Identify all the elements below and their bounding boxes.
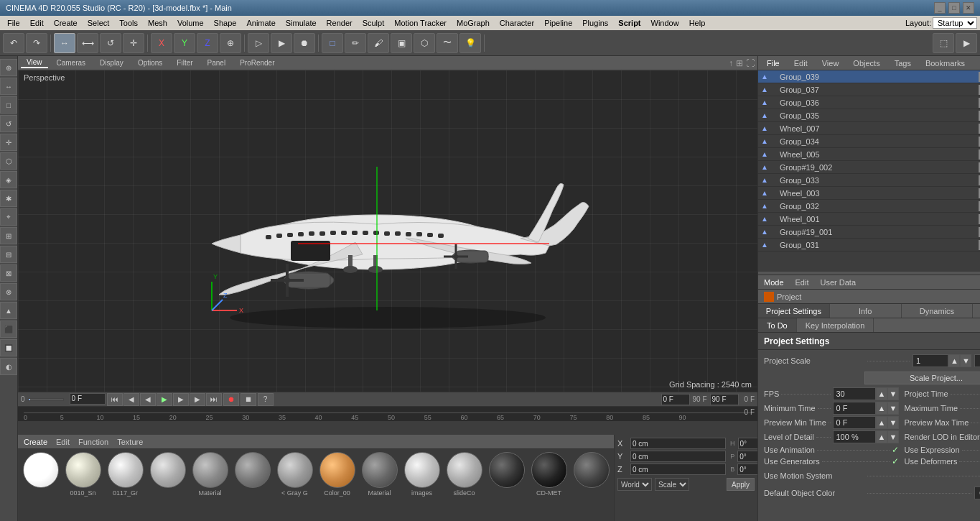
menu-sculpt[interactable]: Sculpt (358, 18, 389, 28)
attr-tab-key-interpolation[interactable]: Key Interpolation (797, 318, 874, 332)
mat-tab-create[interactable]: Create (24, 438, 47, 446)
tool-polygon[interactable]: ⬡ (414, 33, 435, 53)
min-time-down[interactable]: ▼ (887, 402, 899, 415)
obj-tab-edit[interactable]: Edit (788, 58, 813, 68)
tool-select-rect[interactable]: ▣ (391, 33, 412, 53)
left-tool-4[interactable]: ↺ (0, 115, 17, 132)
tool-paint[interactable]: 🖌 (368, 33, 389, 53)
menu-animate[interactable]: Animate (242, 18, 279, 28)
btn-next-frame[interactable]: ▶ (190, 393, 205, 406)
object-row-Group_033[interactable]: ▲ Group_033 ▲ ▦ ▦ (758, 174, 980, 187)
left-tool-5[interactable]: ✛ (0, 134, 17, 151)
tool-bend[interactable]: 〜 (437, 33, 458, 53)
material-item-2[interactable]: 0117_Gr (106, 452, 145, 497)
fps-input[interactable] (833, 387, 876, 400)
menu-tools[interactable]: Tools (115, 18, 142, 28)
btn-play[interactable]: ▶ (157, 393, 172, 406)
project-scale-input[interactable] (913, 354, 948, 367)
attr-tab-edit[interactable]: Edit (793, 278, 812, 287)
vtab-panel[interactable]: Panel (202, 58, 232, 68)
object-row-Group_032[interactable]: ▲ Group_032 ▲ ▦ ▦ (758, 200, 980, 213)
coord-y-input[interactable] (630, 451, 726, 462)
preview-min-up[interactable]: ▲ (876, 416, 887, 429)
left-tool-16[interactable]: 🔲 (0, 339, 17, 356)
tool-undo[interactable]: ↶ (3, 33, 24, 53)
close-button[interactable]: ✕ (963, 2, 974, 14)
obj-tab-bookmarks[interactable]: Bookmarks (920, 58, 971, 68)
obj-tab-view[interactable]: View (816, 58, 845, 68)
material-item-11[interactable] (487, 452, 526, 497)
left-tool-6[interactable]: ⬡ (0, 152, 17, 170)
menu-shape[interactable]: Shape (210, 18, 241, 28)
menu-create[interactable]: Create (50, 18, 82, 28)
start-frame-input[interactable] (661, 394, 690, 405)
menu-simulate[interactable]: Simulate (281, 18, 321, 28)
menu-window[interactable]: Window (647, 18, 683, 28)
menu-help[interactable]: Help (685, 18, 710, 28)
tool-pen[interactable]: ✏ (345, 33, 366, 53)
object-row-Wheel_003[interactable]: ▲ Wheel_003 ▲ ▦ ▦ (758, 187, 980, 200)
attr-tab-mode[interactable]: Mode (761, 278, 787, 287)
left-tool-11[interactable]: ⊟ (0, 246, 17, 263)
left-tool-8[interactable]: ✱ (0, 190, 17, 207)
lod-input[interactable] (833, 430, 876, 443)
viewport[interactable]: Y X Z Perspective Grid Spacing : 2540 cm (18, 70, 757, 392)
btn-frame-start[interactable]: ⏮ (107, 393, 123, 406)
obj-tab-tags[interactable]: Tags (889, 58, 917, 68)
btn-help[interactable]: ? (258, 393, 274, 406)
layout-select[interactable]: Startup (933, 17, 977, 29)
object-row-Group_039[interactable]: ▲ Group_039 ▲ ▦ ▦ (758, 70, 980, 83)
preview-min-input[interactable] (833, 416, 876, 429)
tool-record[interactable]: ⏺ (294, 33, 315, 53)
timeline-ruler[interactable]: 0 5 10 15 20 25 30 35 40 45 50 55 60 65 (18, 407, 757, 421)
coord-x-input[interactable] (630, 438, 726, 449)
lod-down[interactable]: ▼ (887, 430, 899, 443)
minimize-button[interactable]: _ (934, 2, 946, 14)
object-row-Group_031[interactable]: ▲ Group_031 ▲ ▦ ▦ (758, 239, 980, 252)
default-color-select[interactable]: Gray-Blue Red Green (974, 487, 980, 499)
vtab-filter[interactable]: Filter (171, 58, 198, 68)
btn-stop[interactable]: ⏹ (241, 393, 256, 406)
object-row-Group#19_001[interactable]: ▲ Group#19_001 ▲ ▦ ▦ (758, 226, 980, 239)
left-tool-10[interactable]: ⊞ (0, 227, 17, 244)
tool-all-axis[interactable]: ⊕ (220, 33, 241, 53)
project-scale-down[interactable]: ▼ (960, 354, 971, 367)
menu-script[interactable]: Script (614, 18, 645, 28)
menu-motion-tracker[interactable]: Motion Tracker (390, 18, 451, 28)
menu-volume[interactable]: Volume (173, 18, 208, 28)
attr-tab-project-settings[interactable]: Project Settings (758, 304, 830, 318)
tool-render-region[interactable]: ⬚ (933, 33, 954, 53)
project-scale-up[interactable]: ▲ (948, 354, 960, 367)
tool-redo[interactable]: ↷ (26, 33, 47, 53)
menu-render[interactable]: Render (322, 18, 357, 28)
left-tool-15[interactable]: ⬛ (0, 321, 17, 338)
attr-tab-todo[interactable]: To Do (758, 318, 797, 332)
tool-y-axis[interactable]: Y (174, 33, 195, 53)
min-time-input[interactable] (833, 402, 876, 415)
viewport-icon-1[interactable]: ↑ (729, 58, 733, 68)
object-row-Wheel_007[interactable]: ▲ Wheel_007 ▲ ▦ ▦ (758, 122, 980, 135)
object-row-Group_034[interactable]: ▲ Group_034 ▲ ▦ ▦ (758, 135, 980, 148)
menu-select[interactable]: Select (83, 18, 114, 28)
tool-play-back[interactable]: ▷ (248, 33, 269, 53)
obj-tab-objects[interactable]: Objects (847, 58, 885, 68)
material-item-6[interactable]: < Gray G (275, 452, 314, 497)
tool-move[interactable]: ↔ (54, 33, 75, 53)
tool-z-axis[interactable]: Z (197, 33, 218, 53)
coord-scale-select[interactable]: Scale (655, 478, 689, 491)
left-tool-7[interactable]: ◈ (0, 171, 17, 188)
min-time-up[interactable]: ▲ (876, 402, 887, 415)
btn-frame-end[interactable]: ⏭ (206, 393, 222, 406)
tool-cube[interactable]: □ (322, 33, 343, 53)
fps-down[interactable]: ▼ (887, 387, 899, 400)
mat-tab-texture[interactable]: Texture (117, 438, 143, 446)
maximize-button[interactable]: □ (948, 2, 960, 14)
menu-mograph[interactable]: MoGraph (452, 18, 494, 28)
apply-button[interactable]: Apply (727, 478, 755, 491)
left-tool-14[interactable]: ▲ (0, 302, 17, 319)
timeline-progress[interactable] (28, 398, 64, 401)
viewport-icon-2[interactable]: ⊞ (736, 58, 743, 68)
object-row-Wheel_005[interactable]: ▲ Wheel_005 ▲ ▦ ▦ (758, 148, 980, 161)
material-item-3[interactable] (148, 452, 187, 497)
material-item-8[interactable]: Material (360, 452, 399, 497)
